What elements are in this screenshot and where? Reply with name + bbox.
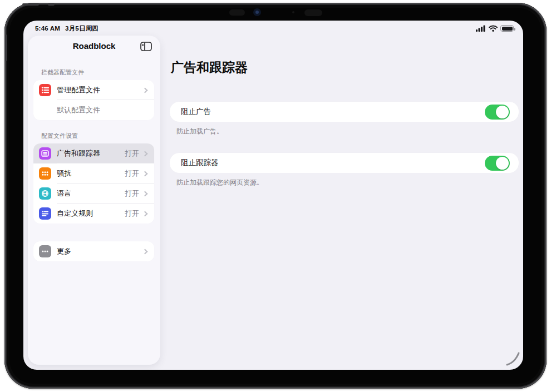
sidebar-item-manage-profiles[interactable]: 管理配置文件 xyxy=(33,80,154,100)
sidebar-item-label: 默认配置文件 xyxy=(57,105,149,115)
sidebar-item-language[interactable]: 语言 打开 xyxy=(33,183,154,204)
chevron-right-icon xyxy=(142,211,148,216)
ipad-device-frame: 5:46 AM3月5日周四 Roadblock xyxy=(4,3,547,389)
item-status: 打开 xyxy=(125,209,139,219)
dots-grid-icon xyxy=(39,167,51,180)
setting-caption: 防止加载跟踪您的网页资源。 xyxy=(176,178,519,187)
sidebar-item-label: 骚扰 xyxy=(57,168,125,178)
sidebar-item-ads-trackers[interactable]: 广告和跟踪器 打开 xyxy=(33,143,154,163)
status-time-date: 5:46 AM3月5日周四 xyxy=(35,24,99,33)
setting-label: 阻止跟踪器 xyxy=(181,158,219,168)
item-status: 打开 xyxy=(125,148,139,158)
more-group: 更多 xyxy=(33,241,154,261)
item-status: 打开 xyxy=(125,168,139,178)
sidebar-item-more[interactable]: 更多 xyxy=(33,241,154,261)
status-time: 5:46 AM xyxy=(35,25,60,32)
sidebar-item-label: 管理配置文件 xyxy=(57,85,143,95)
chevron-right-icon xyxy=(142,151,148,156)
block-trackers-toggle[interactable] xyxy=(485,156,510,171)
sidebar-item-label: 广告和跟踪器 xyxy=(57,148,125,158)
sidebar-toggle-icon[interactable] xyxy=(139,39,153,53)
sidebar-item-annoyances[interactable]: 骚扰 打开 xyxy=(33,163,154,183)
top-button xyxy=(22,3,39,6)
blocker-profiles-group: 管理配置文件 默认配置文件 xyxy=(33,80,154,120)
sidebar-item-label: 更多 xyxy=(57,246,143,256)
chevron-right-icon xyxy=(142,191,148,196)
ambient-sensor xyxy=(292,11,294,13)
list-bullet-icon xyxy=(39,84,51,96)
app-title: Roadblock xyxy=(73,41,116,51)
camera-sensor xyxy=(304,9,322,16)
toggle-knob xyxy=(496,157,509,170)
page-title: 广告和跟踪器 xyxy=(171,59,519,76)
status-date: 3月5日周四 xyxy=(65,25,99,32)
globe-icon xyxy=(39,187,51,200)
section-header-blocker-profiles: 拦截器配置文件 xyxy=(41,68,160,77)
window-resize-handle[interactable] xyxy=(505,351,521,367)
camera-sensor xyxy=(229,9,245,16)
sidebar-item-label: 语言 xyxy=(57,188,125,199)
content-card-icon xyxy=(39,147,51,160)
chevron-right-icon xyxy=(142,171,148,176)
custom-rules-icon xyxy=(39,207,51,220)
block-ads-toggle[interactable] xyxy=(485,105,510,120)
item-status: 打开 xyxy=(125,188,139,199)
screen: 5:46 AM3月5日周四 Roadblock xyxy=(23,21,523,370)
chevron-right-icon xyxy=(142,87,148,93)
sidebar-item-label: 自定义规则 xyxy=(57,209,125,219)
setting-label: 阻止广告 xyxy=(181,107,211,117)
sidebar-item-default-profile[interactable]: 默认配置文件 xyxy=(33,100,154,120)
sidebar: Roadblock 拦截器配置文件 xyxy=(28,36,160,365)
front-camera-icon xyxy=(253,8,261,16)
ellipsis-icon xyxy=(39,245,51,257)
sidebar-item-custom-rules[interactable]: 自定义规则 打开 xyxy=(33,204,154,224)
block-ads-row: 阻止广告 xyxy=(170,102,519,122)
chevron-right-icon xyxy=(142,249,148,254)
block-trackers-row: 阻止跟踪器 xyxy=(170,153,519,173)
mic-hole xyxy=(48,3,55,6)
profile-settings-group: 广告和跟踪器 打开 骚扰 打开 xyxy=(33,143,154,224)
section-header-profile-settings: 配置文件设置 xyxy=(41,132,160,140)
toggle-knob xyxy=(496,106,509,118)
detail-pane: 广告和跟踪器 阻止广告 防止加载广告。 阻止跟踪器 防止加载跟踪您的网页资源。 xyxy=(170,21,519,370)
setting-caption: 防止加载广告。 xyxy=(176,127,519,136)
volume-button xyxy=(5,34,7,61)
